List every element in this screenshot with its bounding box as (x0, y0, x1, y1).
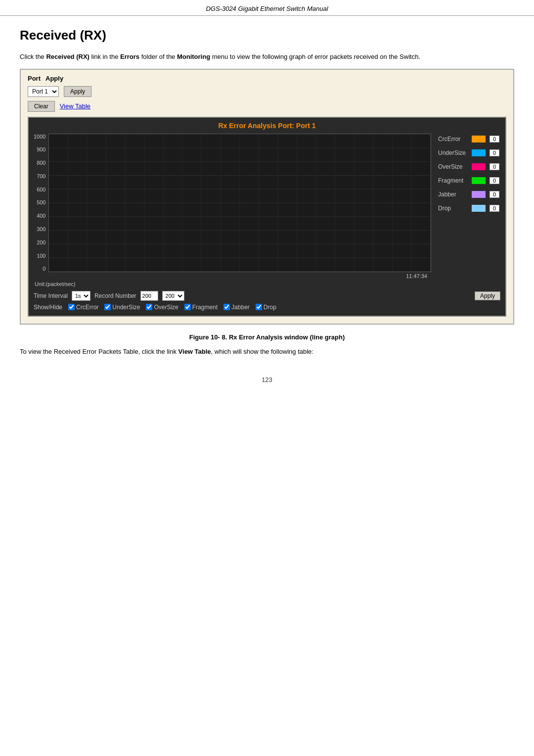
page-title: Received (RX) (20, 28, 514, 43)
legend-undersize: UnderSize 0 (438, 149, 500, 156)
port-select-row: Port 1 Port 2 Port 3 Apply (28, 86, 506, 97)
chart-legend: CrcError 0 UnderSize 0 OverSize 0 (431, 134, 500, 272)
checkbox-crcerror-label[interactable]: CrcError (68, 304, 98, 311)
checkbox-crcerror[interactable] (68, 304, 75, 310)
legend-jabber: Jabber 0 (438, 191, 500, 198)
chart-grid-svg (49, 134, 431, 272)
chart-title: Rx Error Analysis Port: Port 1 (34, 122, 500, 130)
figure-caption: Figure 10- 8. Rx Error Analysis window (… (20, 333, 514, 341)
checkbox-undersize-label[interactable]: UnderSize (104, 304, 140, 311)
checkbox-oversize-label[interactable]: OverSize (146, 304, 178, 311)
show-hide-row: Show/Hide CrcError UnderSize OverSize Fr… (34, 304, 500, 311)
checkbox-undersize[interactable] (104, 304, 111, 310)
time-interval-select[interactable]: 1s 2s 5s (72, 291, 90, 301)
oversize-color (472, 163, 486, 170)
show-hide-label: Show/Hide (34, 304, 62, 311)
chart-grid-area (48, 134, 431, 272)
jabber-color (472, 191, 486, 198)
undersize-color (472, 149, 486, 156)
checkbox-drop[interactable] (256, 304, 262, 310)
chart-container: Rx Error Analysis Port: Port 1 1000 900 … (28, 117, 506, 317)
chart-timestamp: 11:47:34 (406, 273, 427, 279)
record-number-select[interactable]: 200 100 50 (162, 291, 184, 301)
checkbox-jabber-label[interactable]: Jabber (223, 304, 250, 311)
checkbox-oversize[interactable] (146, 304, 152, 310)
chart-apply-button[interactable]: Apply (475, 291, 500, 300)
legend-crcerror: CrcError 0 (438, 136, 500, 142)
chart-unit: Unit:(packet/sec) (34, 281, 500, 287)
record-number-input[interactable] (140, 291, 158, 301)
port-select[interactable]: Port 1 Port 2 Port 3 (28, 86, 59, 97)
page-header: DGS-3024 Gigabit Ethernet Switch Manual (0, 0, 534, 16)
main-panel: Port Apply Port 1 Port 2 Port 3 Apply Cl… (20, 69, 514, 325)
clear-view-row: Clear View Table (28, 101, 506, 112)
record-number-label: Record Number (94, 292, 136, 299)
crcerror-color (472, 136, 486, 142)
checkbox-fragment[interactable] (184, 304, 191, 310)
view-table-link[interactable]: View Table (60, 102, 90, 110)
time-interval-label: Time Interval (34, 292, 68, 299)
page-description: Click the Received (RX) link in the Erro… (20, 52, 514, 62)
legend-drop: Drop 0 (438, 205, 500, 212)
chart-controls-row: Time Interval 1s 2s 5s Record Number 200… (34, 291, 500, 301)
page-number: 123 (20, 376, 514, 383)
checkbox-drop-label[interactable]: Drop (256, 304, 276, 311)
apply-header-label: Apply (45, 75, 63, 82)
legend-oversize: OverSize 0 (438, 163, 500, 170)
clear-button[interactable]: Clear (28, 101, 55, 112)
apply-button[interactable]: Apply (64, 86, 91, 97)
port-apply-row: Port Apply (28, 75, 506, 82)
timestamp-row: 11:47:34 (34, 273, 500, 279)
manual-title: DGS-3024 Gigabit Ethernet Switch Manual (206, 5, 328, 12)
fragment-color (472, 177, 486, 184)
legend-fragment: Fragment 0 (438, 177, 500, 184)
to-view-text: To view the Received Error Packets Table… (20, 347, 514, 357)
drop-color (472, 205, 486, 212)
port-label: Port (28, 75, 41, 82)
checkbox-jabber[interactable] (223, 304, 230, 310)
checkbox-fragment-label[interactable]: Fragment (184, 304, 218, 311)
chart-yaxis: 1000 900 800 700 600 500 400 300 200 100… (34, 134, 48, 272)
chart-body: 1000 900 800 700 600 500 400 300 200 100… (34, 134, 500, 272)
